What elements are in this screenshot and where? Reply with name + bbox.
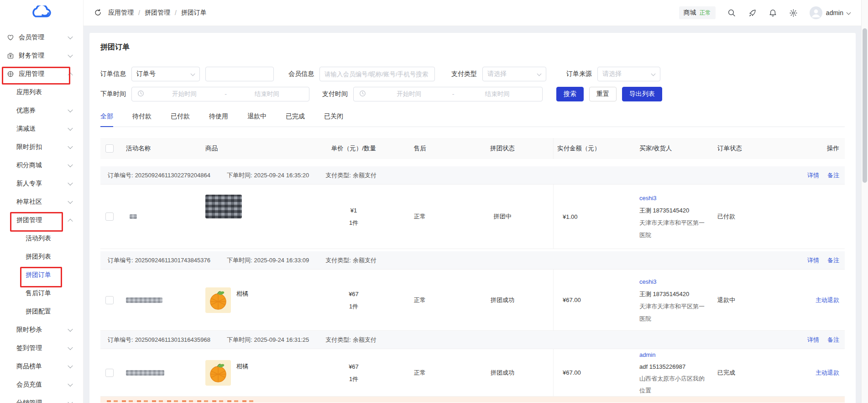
sidebar-item-full-reduction[interactable]: 满减送	[0, 120, 83, 138]
row-checkbox[interactable]	[105, 296, 114, 304]
sidebar-item-label: 拼团管理	[16, 216, 42, 224]
sidebar-item-group-list[interactable]: 拼团列表	[0, 248, 83, 266]
sidebar-item-time-discount[interactable]: 限时折扣	[0, 138, 83, 156]
manual-refund-link[interactable]: 主动退款	[816, 296, 839, 304]
chevron-down-icon	[68, 107, 73, 112]
sidebar-item-group-config[interactable]: 拼团配置	[0, 302, 83, 321]
sidebar-item-member-mgmt[interactable]: 会员管理	[0, 28, 83, 47]
breadcrumb-item[interactable]: 拼团订单	[181, 9, 207, 17]
sidebar-item-group-orders[interactable]: 拼团订单	[0, 266, 83, 284]
order-no-value: 20250924611301316435968	[135, 336, 210, 343]
manual-refund-link[interactable]: 主动退款	[816, 369, 839, 377]
order-source-label: 订单来源	[566, 70, 592, 78]
remark-link[interactable]: 备注	[827, 256, 839, 265]
sidebar: 会员管理 财务管理 应用管理 应用列表 优惠券 满减送 限时折扣 积	[0, 0, 84, 403]
sidebar-item-app-list[interactable]: 应用列表	[0, 83, 83, 101]
order-no-input[interactable]	[205, 67, 274, 81]
buyer-link[interactable]: ceshi3	[639, 192, 657, 204]
sidebar-item-distribution-mgmt[interactable]: 分销管理	[0, 394, 83, 403]
member-search-input[interactable]	[319, 67, 435, 81]
sidebar-item-flash-sale[interactable]: 限时秒杀	[0, 321, 83, 339]
sidebar-menu: 会员管理 财务管理 应用管理 应用列表 优惠券 满减送 限时折扣 积	[0, 28, 83, 403]
unit-price: ¥67	[349, 288, 359, 300]
sidebar-item-member-recharge[interactable]: 会员充值	[0, 376, 83, 394]
order-time-range-picker[interactable]: 开始时间 - 结束时间	[131, 87, 309, 101]
breadcrumb-item[interactable]: 拼团管理	[145, 9, 170, 17]
order-status: 已完成	[712, 349, 792, 396]
tab-refunding[interactable]: 退款中	[247, 112, 267, 127]
breadcrumb: 应用管理 / 拼团管理 / 拼团订单	[108, 9, 207, 17]
tab-closed[interactable]: 已关闭	[324, 112, 343, 127]
user-menu[interactable]: admin	[810, 6, 851, 19]
sidebar-item-group-mgmt[interactable]: 拼团管理	[0, 211, 83, 229]
sidebar-item-newcomer[interactable]: 新人专享	[0, 175, 83, 193]
order-no-label: 订单编号:	[108, 336, 133, 343]
remark-link[interactable]: 备注	[827, 171, 839, 180]
rocket-icon[interactable]	[748, 9, 757, 17]
pay-time-range-picker[interactable]: 开始时间 - 结束时间	[353, 87, 543, 101]
topbar-right: 商城 正常 admin	[679, 6, 851, 19]
remark-link[interactable]: 备注	[827, 336, 839, 344]
sidebar-item-points-mall[interactable]: 积分商城	[0, 156, 83, 175]
tab-pending-payment[interactable]: 待付款	[132, 112, 152, 127]
detail-link[interactable]: 详情	[807, 171, 819, 180]
tab-to-use[interactable]: 待使用	[209, 112, 228, 127]
search-button[interactable]: 搜索	[556, 87, 584, 101]
sidebar-item-finance-mgmt[interactable]: 财务管理	[0, 47, 83, 65]
row-checkbox[interactable]	[105, 212, 114, 221]
vertical-scrollbar[interactable]	[861, 0, 868, 403]
filter-row-1: 订单信息 订单号 会员信息 支付类型 请选择 订单来源 请选择	[100, 67, 845, 81]
pay-type-select[interactable]: 请选择	[482, 67, 546, 81]
chevron-down-icon	[68, 400, 73, 403]
sidebar-item-checkin-mgmt[interactable]: 签到管理	[0, 339, 83, 357]
sidebar-item-activity-list[interactable]: 活动列表	[0, 229, 83, 248]
sidebar-item-product-ranking[interactable]: 商品榜单	[0, 357, 83, 376]
scrollbar-thumb[interactable]	[863, 28, 867, 183]
receiver: adf 15135226987	[639, 361, 685, 373]
row-checkbox[interactable]	[105, 369, 114, 377]
reset-button[interactable]: 重置	[589, 87, 617, 101]
chevron-down-icon	[68, 327, 73, 332]
sidebar-item-label: 会员管理	[19, 33, 44, 42]
blurred-product-image	[205, 195, 242, 218]
order-row: ¥1 1件 正常 拼团中 ¥1.00 ceshi3 王测 18735145420…	[100, 185, 845, 249]
tab-all[interactable]: 全部	[100, 112, 113, 127]
chevron-up-icon	[68, 73, 73, 78]
tab-paid[interactable]: 已付款	[171, 112, 190, 127]
select-all-checkbox[interactable]	[105, 144, 114, 153]
refresh-icon[interactable]	[94, 9, 103, 17]
clock-icon	[359, 90, 366, 98]
tab-completed[interactable]: 已完成	[286, 112, 305, 127]
logo[interactable]	[0, 0, 83, 26]
order-row: 柑橘 ¥67 1件 正常 拼团成功 ¥67.00 admin adf 15135…	[100, 349, 845, 397]
bell-icon[interactable]	[769, 9, 777, 17]
breadcrumb-item[interactable]: 应用管理	[108, 9, 134, 17]
pay-time-label: 支付时间	[322, 90, 348, 98]
product-name: 柑橘	[236, 290, 248, 298]
order-info-type-select[interactable]: 订单号	[131, 67, 200, 81]
breadcrumb-separator: /	[175, 9, 177, 16]
sidebar-item-label: 新人专享	[16, 180, 42, 188]
topbar: 应用管理 / 拼团管理 / 拼团订单 商城 正常	[83, 0, 862, 26]
sidebar-item-community[interactable]: 种草社区	[0, 193, 83, 211]
buyer-link[interactable]: admin	[639, 349, 655, 361]
chevron-down-icon	[652, 72, 655, 76]
order-info-select-value: 订单号	[136, 70, 156, 78]
detail-link[interactable]: 详情	[807, 256, 819, 265]
order-source-select[interactable]: 请选择	[597, 67, 660, 81]
sidebar-item-coupon[interactable]: 优惠券	[0, 101, 83, 120]
search-icon[interactable]	[727, 9, 736, 17]
export-button[interactable]: 导出列表	[622, 87, 662, 101]
buyer-link[interactable]: ceshi3	[639, 276, 657, 288]
shop-status-badge[interactable]: 商城 正常	[679, 6, 716, 19]
sidebar-item-app-mgmt[interactable]: 应用管理	[0, 65, 83, 83]
sidebar-item-label: 签到管理	[16, 344, 42, 352]
sidebar-item-label: 拼团配置	[26, 308, 51, 316]
order-time-label: 下单时间:	[227, 172, 252, 179]
detail-link[interactable]: 详情	[807, 336, 819, 344]
sidebar-item-aftersale-orders[interactable]: 售后订单	[0, 284, 83, 302]
gear-icon[interactable]	[789, 9, 798, 17]
finance-icon	[6, 52, 14, 60]
sidebar-item-label: 活动列表	[26, 234, 51, 243]
app-icon	[6, 70, 14, 78]
